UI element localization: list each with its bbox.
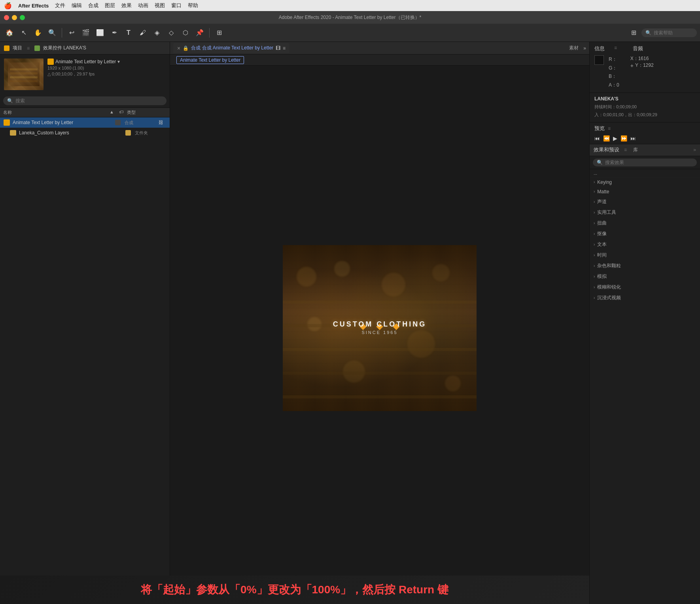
help-search-input[interactable] bbox=[654, 30, 693, 36]
effect-keying2-label: 抠像 bbox=[597, 230, 607, 237]
camera-icon[interactable]: 🎬 bbox=[79, 26, 92, 39]
effects-expand-icon[interactable]: » bbox=[693, 147, 696, 153]
menu-composition[interactable]: 合成 bbox=[88, 2, 98, 9]
project-search-input[interactable] bbox=[15, 98, 163, 104]
roto-tool-icon[interactable]: ⬡ bbox=[179, 26, 192, 39]
stamp-tool-icon[interactable]: ◈ bbox=[151, 26, 163, 39]
effects-library-label[interactable]: 库 bbox=[633, 147, 638, 153]
main-layout: 项目 ≡ 效果控件 LANEKA'S bbox=[0, 42, 700, 604]
minimize-window-button[interactable] bbox=[12, 15, 17, 20]
go-to-start-btn[interactable]: ⏮ bbox=[594, 135, 600, 142]
tab-close-btn[interactable]: × bbox=[177, 45, 180, 51]
step-back-btn[interactable]: ⏪ bbox=[603, 135, 610, 142]
app-name-menu: After Effects bbox=[18, 3, 49, 9]
svg-rect-5 bbox=[10, 80, 38, 82]
thumbnail-svg bbox=[8, 62, 40, 86]
comp-tab-main[interactable]: × 🔒 合成 合成 Animate Text Letter by Letter … bbox=[173, 43, 289, 53]
effect-distort-label: 扭曲 bbox=[597, 220, 607, 226]
info-title: 信息 bbox=[594, 45, 605, 52]
close-window-button[interactable] bbox=[4, 15, 9, 20]
preview-menu-icon[interactable]: ≡ bbox=[608, 126, 611, 131]
left-panel: 项目 ≡ 效果控件 LANEKA'S bbox=[0, 42, 170, 604]
align-icon[interactable]: ⊞ bbox=[213, 26, 225, 39]
svg-point-7 bbox=[334, 261, 350, 277]
list-item-comp[interactable]: Animate Text Letter by Letter 合成 ⛓ bbox=[0, 117, 170, 128]
hand-tool-icon[interactable]: ✋ bbox=[32, 26, 44, 39]
comp-resolution: 1920 x 1080 (1.00) bbox=[47, 66, 120, 70]
effect-matte[interactable]: › Matte bbox=[590, 187, 700, 196]
tab-lock-icon: 🔒 bbox=[183, 45, 189, 51]
col-sort-icon[interactable]: ▲ bbox=[110, 109, 119, 115]
rect-select-icon[interactable]: ⬜ bbox=[94, 26, 106, 39]
pen-tool-icon[interactable]: ✒ bbox=[108, 26, 121, 39]
effect-utility[interactable]: › 实用工具 bbox=[590, 207, 700, 218]
maximize-window-button[interactable] bbox=[20, 15, 25, 20]
menu-edit[interactable]: 编辑 bbox=[72, 2, 82, 9]
menu-file[interactable]: 文件 bbox=[55, 2, 65, 9]
pin-tool-icon[interactable]: 📌 bbox=[193, 26, 206, 39]
chevron-distort: › bbox=[594, 221, 595, 225]
go-to-end-btn[interactable]: ⏭ bbox=[630, 135, 636, 142]
grid-icon[interactable]: ⊞ bbox=[627, 26, 640, 39]
effects-menu-icon[interactable]: ≡ bbox=[624, 147, 627, 153]
col-type-label: 类型 bbox=[127, 109, 159, 115]
effect-blur[interactable]: › 模糊和锐化 bbox=[590, 282, 700, 293]
coord-x-row: X：1616 bbox=[630, 55, 654, 62]
effect-simulate[interactable]: › 模拟 bbox=[590, 271, 700, 282]
menu-animation[interactable]: 动画 bbox=[138, 2, 148, 9]
effect-matte-label: Matte bbox=[597, 189, 609, 194]
effect-immersive[interactable]: › 沉浸式视频 bbox=[590, 293, 700, 303]
apple-menu[interactable]: 🍎 bbox=[4, 2, 12, 9]
list-item-comp-name: Animate Text Letter by Letter bbox=[13, 120, 113, 125]
svg-rect-17 bbox=[283, 372, 477, 375]
list-item-comp-icon bbox=[3, 119, 10, 126]
info-menu-icon[interactable]: ≡ bbox=[614, 45, 617, 52]
effect-time[interactable]: › 时间 bbox=[590, 250, 700, 260]
menu-window[interactable]: 窗口 bbox=[171, 2, 182, 9]
list-item-folder[interactable]: Laneka_Custom Layers 文件夹 bbox=[0, 128, 170, 138]
effect-keying2[interactable]: › 抠像 bbox=[590, 228, 700, 239]
effects-search-input[interactable] bbox=[605, 160, 693, 165]
coord-x-label: X：1616 bbox=[630, 55, 649, 62]
footage-label: 素材 bbox=[569, 45, 579, 51]
svg-rect-2 bbox=[10, 68, 38, 70]
text-tool-icon[interactable]: T bbox=[122, 26, 135, 39]
help-search: 🔍 bbox=[641, 28, 697, 37]
chevron-time: › bbox=[594, 253, 595, 257]
chevron-immersive: › bbox=[594, 296, 595, 300]
comp-tabs: × 🔒 合成 合成 Animate Text Letter by Letter … bbox=[170, 42, 589, 55]
instruction-banner: 将「起始」参数从「0%」更改为「100%」，然后按 Return 键 bbox=[0, 576, 589, 604]
menu-bar: 🍎 After Effects 文件 编辑 合成 图层 效果 动画 视图 窗口 … bbox=[0, 0, 700, 11]
play-btn[interactable]: ▶ bbox=[613, 135, 617, 142]
undo-icon[interactable]: ↩ bbox=[65, 26, 78, 39]
menu-effects[interactable]: 效果 bbox=[121, 2, 132, 9]
effects-search-area: 🔍 bbox=[590, 156, 700, 169]
svg-rect-0 bbox=[8, 62, 40, 86]
step-forward-btn[interactable]: ⏩ bbox=[621, 135, 627, 142]
list-item-folder-type: 文件夹 bbox=[135, 130, 166, 136]
effects-panel: 效果和预设 ≡ 库 » 🔍 ... › Keying › Matt bbox=[590, 144, 700, 604]
effect-text[interactable]: › 文本 bbox=[590, 239, 700, 250]
brush-tool-icon[interactable]: 🖌 bbox=[136, 26, 149, 39]
eraser-tool-icon[interactable]: ◇ bbox=[165, 26, 178, 39]
viewport[interactable]: CUSTOM CLOTHING SINCE 1965 bbox=[170, 66, 589, 591]
menu-layer[interactable]: 图层 bbox=[105, 2, 115, 9]
effect-distort[interactable]: › 扭曲 bbox=[590, 218, 700, 228]
comp-icon bbox=[47, 59, 54, 65]
effect-keying[interactable]: › Keying bbox=[590, 177, 700, 187]
col-actions-icon bbox=[159, 109, 166, 115]
toolbar: 🏠 ↖ ✋ 🔍 ↩ 🎬 ⬜ ✒ T 🖌 ◈ ◇ ⬡ 📌 ⊞ ⊞ 🔍 bbox=[0, 24, 700, 42]
menu-view[interactable]: 视图 bbox=[155, 2, 165, 9]
chevron-noise: › bbox=[594, 264, 595, 268]
tab-menu-icon[interactable]: ≡ bbox=[283, 45, 286, 51]
effect-audio[interactable]: › 声道 bbox=[590, 196, 700, 207]
home-icon[interactable]: 🏠 bbox=[3, 26, 16, 39]
selection-tool-icon[interactable]: ↖ bbox=[17, 26, 30, 39]
panels-menu-icon[interactable]: » bbox=[583, 45, 586, 51]
zoom-tool-icon[interactable]: 🔍 bbox=[46, 26, 59, 39]
effect-noise[interactable]: › 杂色和颗粒 bbox=[590, 260, 700, 271]
effects-search-icon: 🔍 bbox=[597, 160, 603, 165]
coords-panel: X：1616 + Y：1292 bbox=[630, 55, 654, 69]
effect-audio-label: 声道 bbox=[597, 198, 607, 205]
menu-help[interactable]: 帮助 bbox=[188, 2, 198, 9]
